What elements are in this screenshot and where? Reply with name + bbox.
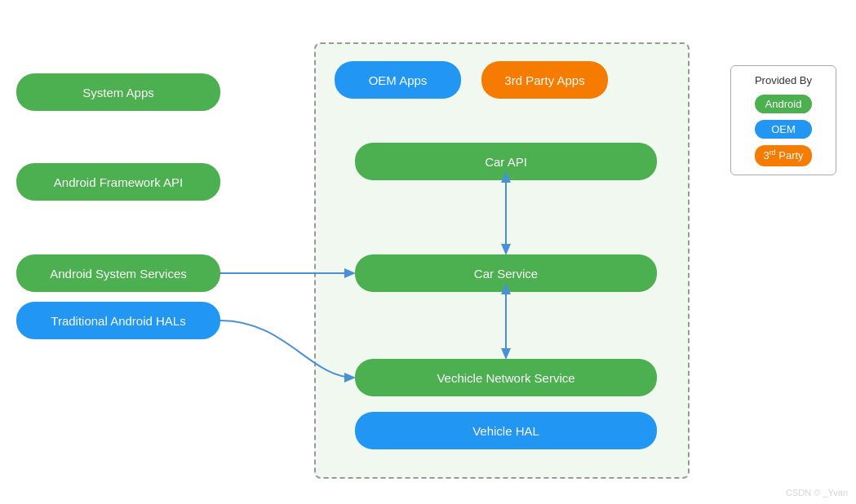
android-framework-api-label: Android Framework API (54, 175, 183, 189)
legend-android: Android (755, 95, 812, 113)
android-system-services-label: Android System Services (50, 267, 187, 281)
car-api-box: Car API (355, 143, 657, 180)
car-service-label: Car Service (474, 267, 538, 281)
system-apps-box: System Apps (16, 73, 220, 111)
vehicle-network-service-box: Vechicle Network Service (355, 359, 657, 396)
vehicle-hal-label: Vehicle HAL (472, 424, 539, 438)
traditional-android-hals-label: Traditional Android HALs (51, 314, 185, 328)
oem-apps-box: OEM Apps (335, 61, 461, 99)
vehicle-hal-box: Vehicle HAL (355, 412, 657, 449)
traditional-android-hals-box: Traditional Android HALs (16, 302, 220, 339)
oem-apps-label: OEM Apps (369, 73, 428, 87)
system-apps-label: System Apps (82, 86, 154, 99)
car-service-box: Car Service (355, 254, 657, 292)
android-system-services-box: Android System Services (16, 254, 220, 292)
legend-box: Provided By Android OEM 3rd Party (730, 65, 836, 175)
watermark: CSDN © _Yvan (786, 488, 848, 497)
third-party-apps-label: 3rd Party Apps (504, 73, 584, 87)
legend-oem: OEM (755, 120, 812, 139)
third-party-apps-box: 3rd Party Apps (481, 61, 608, 99)
legend-title: Provided By (755, 74, 812, 88)
diagram-container: System Apps Android Framework API Androi… (0, 0, 856, 504)
legend-third-party: 3rd Party (755, 145, 812, 166)
car-api-label: Car API (485, 155, 527, 169)
vehicle-network-service-label: Vechicle Network Service (437, 371, 574, 385)
android-framework-api-box: Android Framework API (16, 163, 220, 201)
legend-third-party-label: 3rd Party (763, 148, 803, 163)
